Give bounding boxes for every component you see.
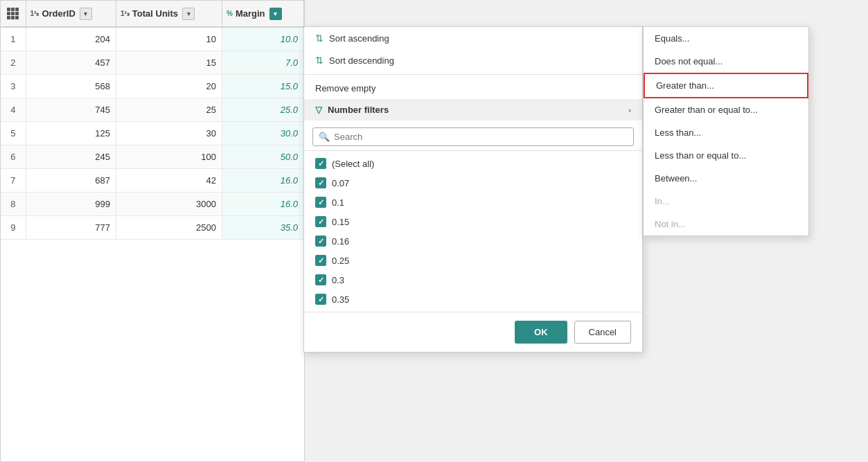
total-units-cell: 2500: [116, 215, 222, 239]
total-units-dropdown-btn[interactable]: ▾: [182, 8, 195, 20]
checkbox-item[interactable]: (Select all): [312, 154, 634, 173]
checkbox-label: 0.35: [332, 294, 349, 305]
total-units-cell: 42: [116, 168, 222, 192]
total-units-cell: 3000: [116, 192, 222, 215]
checkbox-label: 0.25: [332, 256, 349, 266]
checkbox-list-wrapper: (Select all) 0.07 0.1 0.15 0.16 0.25 0.3…: [304, 150, 642, 312]
submenu-option[interactable]: Between...: [644, 167, 808, 190]
ok-button[interactable]: OK: [515, 321, 567, 344]
order-id-cell: 777: [26, 215, 116, 239]
order-id-label: OrderID: [42, 8, 75, 19]
checkbox[interactable]: [315, 274, 326, 285]
submenu-option[interactable]: In...: [644, 190, 808, 213]
checkbox-list: (Select all) 0.07 0.1 0.15 0.16 0.25 0.3…: [304, 151, 642, 312]
submenu-option[interactable]: Greater than or equal to...: [644, 98, 808, 121]
total-units-cell: 100: [116, 145, 222, 168]
order-id-cell: 204: [26, 27, 116, 51]
checkbox[interactable]: [315, 177, 326, 188]
total-units-cell: 30: [116, 121, 222, 145]
order-id-dropdown-btn[interactable]: ▾: [80, 8, 92, 20]
row-num-cell: 4: [1, 98, 26, 121]
margin-cell: 7.0: [222, 51, 304, 74]
search-box: 🔍: [312, 127, 634, 146]
checkbox-item[interactable]: 0.35: [312, 290, 634, 309]
col-type-icon-margin: %: [227, 10, 233, 17]
submenu-option[interactable]: Equals...: [644, 27, 808, 50]
row-num-cell: 7: [1, 168, 26, 192]
margin-cell: 15.0: [222, 74, 304, 98]
checkbox-item[interactable]: 0.1: [312, 193, 634, 212]
col-type-icon-orderid: 1²₃: [30, 10, 39, 17]
order-id-cell: 457: [26, 51, 116, 74]
row-num-cell: 9: [1, 215, 26, 239]
sort-descending-item[interactable]: ⇅ Sort descending: [304, 49, 642, 71]
sort-descending-label: Sort descending: [329, 55, 394, 66]
submenu-option[interactable]: Not in...: [644, 213, 808, 236]
checkbox[interactable]: [315, 158, 326, 169]
row-num-cell: 3: [1, 74, 26, 98]
order-id-cell: 687: [26, 168, 116, 192]
submenu-option[interactable]: Less than...: [644, 121, 808, 144]
row-num-cell: 5: [1, 121, 26, 145]
submenu-option[interactable]: Less than or equal to...: [644, 144, 808, 167]
order-id-cell: 568: [26, 74, 116, 98]
cancel-button[interactable]: Cancel: [574, 321, 631, 344]
col-type-icon-totalunits: 1²₃: [121, 10, 130, 17]
table-row: 5 125 30 30.0: [1, 121, 304, 145]
search-icon: 🔍: [319, 132, 330, 142]
search-input[interactable]: [334, 132, 628, 142]
filter-icon: ▽: [315, 105, 322, 115]
number-filters-item[interactable]: ▽ Number filters ›: [304, 99, 642, 121]
order-id-cell: 125: [26, 121, 116, 145]
margin-label: Margin: [236, 8, 265, 19]
order-id-header: 1²₃ OrderID ▾: [26, 1, 116, 27]
margin-cell: 50.0: [222, 145, 304, 168]
margin-cell: 16.0: [222, 168, 304, 192]
table-row: 9 777 2500 35.0: [1, 215, 304, 239]
search-section: 🔍: [304, 121, 642, 150]
total-units-cell: 15: [116, 51, 222, 74]
sort-asc-icon: ⇅: [315, 33, 324, 44]
checkbox[interactable]: [315, 197, 326, 208]
table-row: 7 687 42 16.0: [1, 168, 304, 192]
table-row: 6 245 100 50.0: [1, 145, 304, 168]
total-units-cell: 10: [116, 27, 222, 51]
remove-empty-item[interactable]: Remove empty: [304, 78, 642, 99]
remove-empty-label: Remove empty: [315, 83, 375, 94]
margin-header: % Margin ▾: [222, 1, 304, 27]
checkbox-label: 0.07: [332, 178, 349, 188]
row-num-cell: 8: [1, 192, 26, 215]
checkbox-item[interactable]: 0.15: [312, 212, 634, 231]
row-num-cell: 1: [1, 27, 26, 51]
checkbox-label: 0.1: [332, 197, 344, 208]
margin-cell: 10.0: [222, 27, 304, 51]
number-filters-submenu: Equals...Does not equal...Greater than..…: [643, 26, 809, 236]
submenu-option[interactable]: Does not equal...: [644, 50, 808, 73]
checkbox-label: (Select all): [332, 159, 374, 169]
checkbox[interactable]: [315, 216, 326, 227]
margin-cell: 30.0: [222, 121, 304, 145]
checkbox-item[interactable]: 0.07: [312, 173, 634, 193]
data-table: 1²₃ OrderID ▾ 1²₃ Total Units ▾ % Ma: [0, 0, 305, 462]
checkbox-label: 0.3: [332, 275, 344, 285]
checkbox-label: 0.16: [332, 236, 349, 247]
table-row: 2 457 15 7.0: [1, 51, 304, 74]
margin-cell: 16.0: [222, 192, 304, 215]
divider-1: [304, 74, 642, 75]
checkbox-label: 0.15: [332, 217, 349, 227]
order-id-cell: 999: [26, 192, 116, 215]
checkbox[interactable]: [315, 236, 326, 247]
total-units-header: 1²₃ Total Units ▾: [116, 1, 222, 27]
checkbox[interactable]: [315, 255, 326, 266]
row-num-cell: 6: [1, 145, 26, 168]
submenu-option[interactable]: Greater than...: [644, 73, 808, 98]
sort-ascending-item[interactable]: ⇅ Sort ascending: [304, 27, 642, 49]
row-num-cell: 2: [1, 51, 26, 74]
submenu-arrow-icon: ›: [628, 106, 631, 114]
margin-dropdown-btn[interactable]: ▾: [269, 8, 282, 20]
checkbox-item[interactable]: 0.16: [312, 231, 634, 251]
checkbox[interactable]: [315, 294, 326, 305]
checkbox-item[interactable]: 0.25: [312, 251, 634, 270]
checkbox-item[interactable]: 0.3: [312, 270, 634, 290]
order-id-cell: 245: [26, 145, 116, 168]
